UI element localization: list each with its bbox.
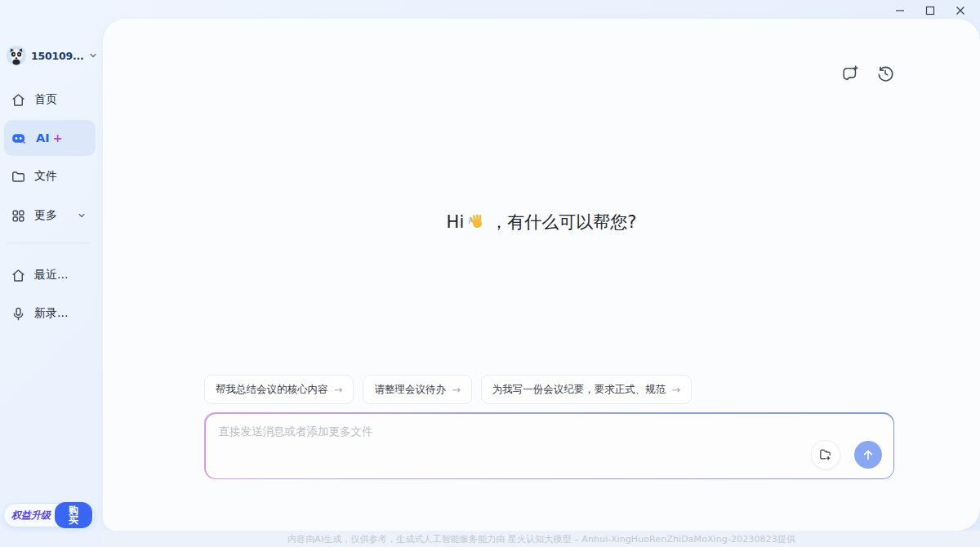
- sidebar-item-label: 文件: [34, 169, 57, 184]
- microphone-icon: [11, 306, 26, 322]
- chat-toolbar: [841, 64, 894, 82]
- composer: [206, 414, 893, 478]
- greeting-text: ，有什么可以帮您?: [490, 211, 636, 233]
- composer-actions: [811, 440, 882, 469]
- upgrade-label: 权益升级: [11, 509, 51, 523]
- close-icon: [956, 6, 965, 16]
- suggestion-chip-todos[interactable]: 请整理会议待办 →: [363, 375, 471, 404]
- suggestion-chips: 帮我总结会议的核心内容 → 请整理会议待办 → 为我写一份会议纪要，要求正式、规…: [204, 375, 894, 404]
- ai-disclaimer: 内容由AI生成，仅供参考，生成式人工智能服务能力由 星火认知大模型 – Anhu…: [287, 533, 795, 545]
- buy-button[interactable]: 购买: [55, 502, 92, 528]
- upgrade-banner[interactable]: 权益升级 购买: [3, 503, 95, 527]
- chip-label: 为我写一份会议纪要，要求正式、规范: [492, 383, 666, 397]
- user-account[interactable]: 150109...: [7, 44, 97, 67]
- footer-bar: 内容由AI生成，仅供参考，生成式人工智能服务能力由 星火认知大模型 – Anhu…: [103, 531, 980, 547]
- greeting: Hi ，有什么可以帮您?: [103, 210, 980, 234]
- arrow-right-icon: →: [452, 384, 461, 396]
- chevron-down-icon: [78, 211, 86, 220]
- ai-robot-icon: [11, 130, 28, 147]
- cat-avatar: [7, 46, 26, 65]
- sidebar-item-files[interactable]: 文件: [4, 158, 96, 194]
- main-content-card: Hi ，有什么可以帮您? 帮我总结会议的核心内容 → 请整理会议待办 →: [103, 19, 980, 531]
- minimize-button[interactable]: [884, 0, 915, 21]
- chat-plus-icon: [841, 64, 859, 82]
- folder-plus-icon: [818, 447, 832, 461]
- window-controls: [884, 0, 975, 21]
- sidebar-divider: [7, 242, 90, 243]
- sidebar-item-label: 最近...: [34, 268, 68, 282]
- close-button[interactable]: [945, 0, 975, 21]
- sidebar-item-label: 首页: [34, 92, 57, 107]
- sidebar-item-label: 新录...: [34, 306, 68, 321]
- arrow-right-icon: →: [334, 384, 343, 396]
- sidebar-item-more[interactable]: 更多: [4, 198, 96, 233]
- history-icon: [876, 64, 894, 82]
- sidebar-item-ai[interactable]: AI +: [4, 120, 96, 156]
- composer-area: 帮我总结会议的核心内容 → 请整理会议待办 → 为我写一份会议纪要，要求正式、规…: [204, 375, 894, 479]
- new-chat-button[interactable]: [841, 64, 859, 82]
- sidebar-item-label: 更多: [34, 208, 57, 223]
- minimize-icon: [895, 6, 905, 16]
- chip-label: 帮我总结会议的核心内容: [216, 383, 328, 397]
- arrow-right-icon: →: [671, 384, 680, 396]
- grid-icon: [11, 208, 26, 224]
- chevron-down-icon: [89, 51, 97, 60]
- ai-plus-label: +: [53, 131, 63, 145]
- sidebar-item-home[interactable]: 首页: [4, 82, 96, 118]
- waving-hand-emoji: [467, 212, 487, 232]
- history-button[interactable]: [876, 64, 894, 82]
- home-icon: [11, 268, 26, 283]
- user-id-label: 150109...: [31, 50, 84, 62]
- sidebar-item-new-recording[interactable]: 新录...: [4, 296, 96, 331]
- suggestion-chip-summarize[interactable]: 帮我总结会议的核心内容 →: [204, 375, 354, 404]
- composer-border: [204, 412, 894, 479]
- chip-label: 请整理会议待办: [374, 383, 446, 397]
- maximize-icon: [925, 6, 935, 16]
- maximize-button[interactable]: [915, 0, 945, 21]
- sidebar-item-label: AI: [36, 131, 50, 145]
- sidebar: 150109... 首页 AI + 文件 更多: [0, 0, 103, 547]
- greeting-hi: Hi: [447, 212, 465, 232]
- suggestion-chip-minutes[interactable]: 为我写一份会议纪要，要求正式、规范 →: [481, 375, 692, 404]
- send-button[interactable]: [854, 441, 882, 469]
- add-file-button[interactable]: [811, 440, 840, 469]
- arrow-up-icon: [862, 448, 875, 461]
- sidebar-item-recent[interactable]: 最近...: [4, 257, 96, 293]
- folder-icon: [11, 169, 26, 185]
- message-input[interactable]: [206, 414, 795, 478]
- home-icon: [11, 92, 26, 108]
